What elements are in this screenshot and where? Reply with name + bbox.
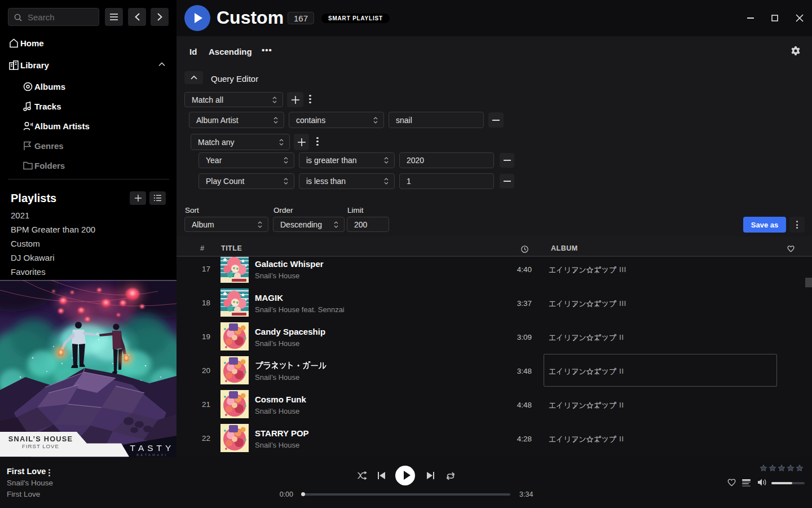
svg-text:SNAIL’S HOUSE: SNAIL’S HOUSE	[8, 435, 73, 443]
svg-text:TASTY: TASTY	[130, 443, 175, 453]
svg-text:BETAMAXI: BETAMAXI	[136, 453, 167, 457]
svg-text:FIRST LOVE: FIRST LOVE	[22, 443, 59, 449]
